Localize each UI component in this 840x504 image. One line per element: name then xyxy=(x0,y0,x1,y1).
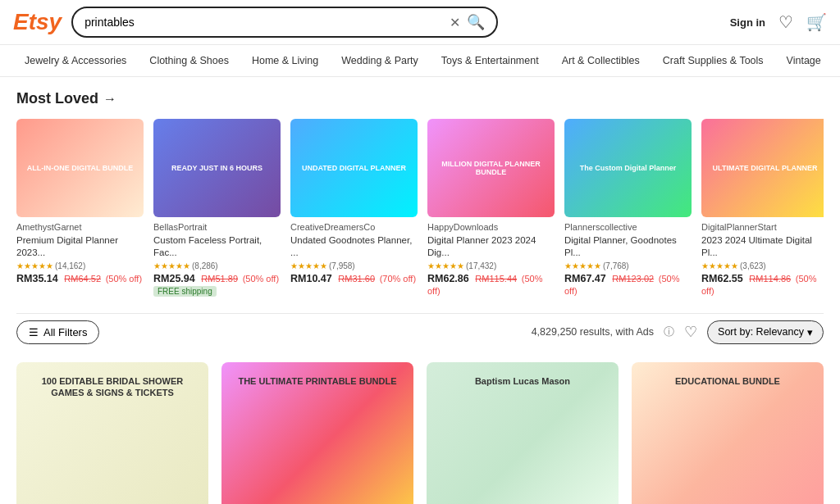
result-image: EDUCATIONAL BUNDLE ▶ xyxy=(632,362,824,504)
save-search-icon[interactable]: ♡ xyxy=(684,323,697,341)
review-count: (7,768) xyxy=(603,261,629,270)
nav-item-vintage[interactable]: Vintage xyxy=(775,52,833,70)
nav-item-home---living[interactable]: Home & Living xyxy=(240,52,330,70)
filter-bar: ☰ All Filters 4,829,250 results, with Ad… xyxy=(16,313,824,351)
header: Etsy ✕ 🔍 Sign in ♡ 🛒 xyxy=(0,0,840,45)
stars-icon: ★★★★★ xyxy=(427,261,464,270)
result-card[interactable]: EDUCATIONAL BUNDLE ▶ Set of Educational … xyxy=(632,362,824,504)
product-image: The Custom Digital Planner xyxy=(564,119,692,217)
results-count: 4,829,250 results, with Ads xyxy=(532,326,654,338)
price-original: RM114.86 xyxy=(749,274,791,284)
price-discount: (50% off) xyxy=(106,274,142,284)
search-button[interactable]: 🔍 xyxy=(467,13,485,31)
review-count: (17,432) xyxy=(466,261,496,270)
stars-icon: ★★★★★ xyxy=(16,261,53,270)
most-loved-product-card[interactable]: UNDATED DIGITAL PLANNER CreativeDreamers… xyxy=(290,119,418,297)
clear-search-icon[interactable]: ✕ xyxy=(450,15,460,30)
stars-icon: ★★★★★ xyxy=(153,261,190,270)
results-grid: 100 EDITABLE BRIDAL SHOWER GAMES & SIGNS… xyxy=(16,362,824,504)
product-image: ALL-IN-ONE DIGITAL BUNDLE xyxy=(16,119,144,217)
result-image: 100 EDITABLE BRIDAL SHOWER GAMES & SIGNS… xyxy=(16,362,208,504)
price-row: RM10.47 RM31.60 (70% off) xyxy=(290,272,418,284)
rating-row: ★★★★★ (8,286) xyxy=(153,261,281,270)
price-original: RM123.02 xyxy=(612,274,654,284)
nav-item-clothing---shoes[interactable]: Clothing & Shoes xyxy=(138,52,240,70)
product-shop: Plannerscollective xyxy=(564,222,692,232)
most-loved-product-card[interactable]: READY JUST IN 6 HOURS BellasPortrait Cus… xyxy=(153,119,281,297)
price-current: RM25.94 xyxy=(153,273,195,284)
review-count: (8,286) xyxy=(192,261,218,270)
main-nav: Jewelry & AccessoriesClothing & ShoesHom… xyxy=(0,45,840,77)
result-card[interactable]: Baptism Lucas Mason ▶ Baptism Invitation… xyxy=(427,362,619,504)
most-loved-products: ALL-IN-ONE DIGITAL BUNDLE AmethystGarnet… xyxy=(16,119,824,297)
product-image: READY JUST IN 6 HOURS xyxy=(153,119,281,217)
rating-row: ★★★★★ (7,958) xyxy=(290,261,418,270)
most-loved-product-card[interactable]: MILLION DIGITAL PLANNER BUNDLE HappyDown… xyxy=(427,119,555,297)
price-discount: (70% off) xyxy=(380,274,416,284)
review-count: (3,623) xyxy=(740,261,766,270)
price-original: RM115.44 xyxy=(475,274,517,284)
price-discount: (50% off) xyxy=(243,274,279,284)
filter-icon: ☰ xyxy=(29,326,39,338)
favorites-icon[interactable]: ♡ xyxy=(778,12,793,32)
cart-icon[interactable]: 🛒 xyxy=(806,12,827,32)
result-image: Baptism Lucas Mason ▶ xyxy=(427,362,619,504)
product-title: Digital Planner 2023 2024 Dig... xyxy=(427,234,555,259)
product-shop: HappyDownloads xyxy=(427,222,555,232)
product-title: 2023 2024 Ultimate Digital Pl... xyxy=(701,234,824,259)
result-card[interactable]: THE ULTIMATE PRINTABLE BUNDLE ▶ Lifetime… xyxy=(221,362,413,504)
nav-item-wedding---party[interactable]: Wedding & Party xyxy=(330,52,430,70)
all-filters-button[interactable]: ☰ All Filters xyxy=(16,320,99,344)
nav-item-craft-supplies---tools[interactable]: Craft Supplies & Tools xyxy=(651,52,775,70)
rating-row: ★★★★★ (17,432) xyxy=(427,261,555,270)
result-image: THE ULTIMATE PRINTABLE BUNDLE ▶ xyxy=(221,362,413,504)
info-icon: ⓘ xyxy=(664,325,674,339)
review-count: (14,162) xyxy=(55,261,85,270)
sort-button[interactable]: Sort by: Relevancy ▾ xyxy=(707,320,824,344)
price-current: RM62.86 xyxy=(427,273,469,284)
price-current: RM10.47 xyxy=(290,273,332,284)
product-image: UNDATED DIGITAL PLANNER xyxy=(290,119,418,217)
most-loved-product-card[interactable]: ALL-IN-ONE DIGITAL BUNDLE AmethystGarnet… xyxy=(16,119,144,297)
rating-row: ★★★★★ (3,623) xyxy=(701,261,824,270)
etsy-logo[interactable]: Etsy xyxy=(13,9,62,35)
stars-icon: ★★★★★ xyxy=(290,261,327,270)
product-shop: DigitalPlannerStart xyxy=(701,222,824,232)
most-loved-product-card[interactable]: ULTIMATE DIGITAL PLANNER DigitalPlannerS… xyxy=(701,119,824,297)
section-arrow-icon[interactable]: → xyxy=(103,92,116,107)
rating-row: ★★★★★ (14,162) xyxy=(16,261,144,270)
price-original: RM31.60 xyxy=(338,274,375,284)
product-title: Premium Digital Planner 2023... xyxy=(16,234,144,259)
price-original: RM51.89 xyxy=(201,274,238,284)
product-title: Undated Goodnotes Planner, ... xyxy=(290,234,418,259)
search-bar: ✕ 🔍 xyxy=(71,7,498,38)
nav-item-jewelry---accessories[interactable]: Jewelry & Accessories xyxy=(13,52,138,70)
result-card[interactable]: 100 EDITABLE BRIDAL SHOWER GAMES & SIGNS… xyxy=(16,362,208,504)
header-actions: Sign in ♡ 🛒 xyxy=(730,12,827,32)
nav-item-toys---entertainment[interactable]: Toys & Entertainment xyxy=(430,52,550,70)
main-content: Most Loved → ALL-IN-ONE DIGITAL BUNDLE A… xyxy=(0,77,840,504)
filter-right: 4,829,250 results, with Ads ⓘ ♡ Sort by:… xyxy=(532,320,824,344)
most-loved-product-card[interactable]: The Custom Digital Planner Plannerscolle… xyxy=(564,119,692,297)
nav-item-art---collectibles[interactable]: Art & Collectibles xyxy=(550,52,651,70)
price-original: RM64.52 xyxy=(64,274,101,284)
rating-row: ★★★★★ (7,768) xyxy=(564,261,692,270)
product-image: ULTIMATE DIGITAL PLANNER xyxy=(701,119,824,217)
price-row: RM67.47 RM123.02 (50% off) xyxy=(564,272,692,297)
sign-in-button[interactable]: Sign in xyxy=(730,16,765,29)
price-row: RM25.94 RM51.89 (50% off) xyxy=(153,272,281,284)
product-shop: AmethystGarnet xyxy=(16,222,144,232)
price-row: RM62.55 RM114.86 (50% off) xyxy=(701,272,824,297)
price-current: RM62.55 xyxy=(701,273,743,284)
product-image: MILLION DIGITAL PLANNER BUNDLE xyxy=(427,119,555,217)
review-count: (7,958) xyxy=(329,261,355,270)
search-input[interactable] xyxy=(84,16,450,29)
price-current: RM35.14 xyxy=(16,273,58,284)
price-row: RM62.86 RM115.44 (50% off) xyxy=(427,272,555,297)
product-shop: BellasPortrait xyxy=(153,222,281,232)
price-row: RM35.14 RM64.52 (50% off) xyxy=(16,272,144,284)
chevron-down-icon: ▾ xyxy=(807,326,813,338)
product-shop: CreativeDreamersCo xyxy=(290,222,418,232)
price-current: RM67.47 xyxy=(564,273,606,284)
stars-icon: ★★★★★ xyxy=(701,261,738,270)
